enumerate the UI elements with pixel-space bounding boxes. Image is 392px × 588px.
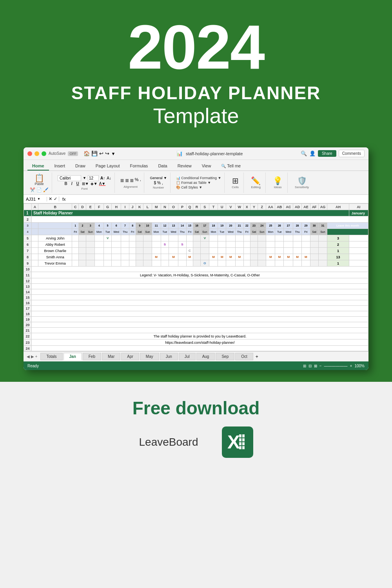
col-AE[interactable]: AE <box>302 204 310 210</box>
sheet-tab-totals[interactable]: Totals <box>40 353 62 360</box>
border-icon[interactable]: ⊞▼ <box>82 181 89 186</box>
account-icon[interactable]: 👤 <box>309 151 316 156</box>
col-X[interactable]: X <box>243 204 250 210</box>
tab-page-layout[interactable]: Page Layout <box>91 162 125 171</box>
col-Z[interactable]: Z <box>258 204 266 210</box>
sheet-tab-mar[interactable]: Mar <box>102 353 120 360</box>
save-icon[interactable]: 💾 <box>91 151 98 156</box>
customize-icon[interactable]: ▼ <box>111 151 115 156</box>
col-P[interactable]: P <box>178 204 186 210</box>
zoom-minus-icon[interactable]: − <box>319 364 322 368</box>
cell-styles-btn[interactable]: 🎨 Cell Styles ▼ <box>176 185 221 189</box>
col-AI[interactable]: AI <box>349 204 368 210</box>
cell-ref-value[interactable]: AJ31 <box>26 197 36 201</box>
col-AA[interactable]: AA <box>266 204 275 210</box>
tab-view[interactable]: View <box>197 162 216 171</box>
more-sheets-icon[interactable]: + <box>256 354 258 359</box>
sheet-tab-may[interactable]: May <box>140 353 159 360</box>
col-V[interactable]: V <box>226 204 236 210</box>
zoom-plus-icon[interactable]: + <box>350 364 352 368</box>
col-H[interactable]: H <box>112 204 121 210</box>
sensitivity-button[interactable]: 🛡️ Sensitivity <box>293 176 310 190</box>
home-icon[interactable]: 🏠 <box>83 151 90 156</box>
format-table-btn[interactable]: 📋 Format as Table ▼ <box>176 181 221 185</box>
col-AC[interactable]: AC <box>284 204 293 210</box>
col-B[interactable]: B <box>38 204 72 210</box>
sheet-tab-jan[interactable]: Jan <box>64 353 82 360</box>
sheet-tab-oct[interactable]: Oct <box>235 353 253 360</box>
col-A[interactable]: A <box>32 204 38 210</box>
employee-1-name[interactable]: Arving John <box>38 235 72 241</box>
col-W[interactable]: W <box>235 204 243 210</box>
close-dot[interactable] <box>27 151 32 156</box>
tab-draw[interactable]: Draw <box>71 162 90 171</box>
minimize-dot[interactable] <box>34 151 39 156</box>
col-M[interactable]: M <box>152 204 161 210</box>
col-C[interactable]: C <box>72 204 79 210</box>
col-AH[interactable]: AH <box>327 204 349 210</box>
bold-button[interactable]: B <box>64 181 69 186</box>
currency-icon[interactable]: $ <box>154 181 156 185</box>
number-format-dropdown[interactable]: General ▼ <box>150 176 167 180</box>
col-AD[interactable]: AD <box>293 204 302 210</box>
sheet-tab-aug[interactable]: Aug <box>196 353 215 360</box>
col-R[interactable]: R <box>193 204 201 210</box>
conditional-formatting-btn[interactable]: 📊 Conditional Formatting ▼ <box>176 176 221 180</box>
col-O[interactable]: O <box>169 204 178 210</box>
employee-2-name[interactable]: Abby Robert <box>38 241 72 248</box>
col-AB[interactable]: AB <box>275 204 284 210</box>
page-layout-icon[interactable]: ⊟ <box>309 364 312 368</box>
col-F[interactable]: F <box>94 204 103 210</box>
format-painter-icon[interactable]: 🖌️ <box>43 187 49 192</box>
confirm-formula-icon[interactable]: ✓ <box>54 196 57 201</box>
zoom-slider[interactable]: —————— <box>324 364 348 368</box>
col-K[interactable]: K <box>136 204 143 210</box>
highlight-icon[interactable]: ◈▼ <box>91 181 98 186</box>
tab-tell-me[interactable]: 🔍 Tell me <box>216 162 245 171</box>
employee-4-name[interactable]: Smith Anna <box>38 254 72 260</box>
ideas-button[interactable]: 💡 Ideas <box>271 176 284 190</box>
col-E[interactable]: E <box>86 204 94 210</box>
col-I[interactable]: I <box>121 204 129 210</box>
col-T[interactable]: T <box>209 204 218 210</box>
undo-icon[interactable]: ↩ <box>99 151 103 156</box>
col-N[interactable]: N <box>161 204 169 210</box>
cells-button[interactable]: ⊞ Cells <box>230 176 240 190</box>
font-size-up-icon[interactable]: A↑ <box>100 176 105 180</box>
font-size-down-icon[interactable]: A↓ <box>107 176 111 180</box>
sheet-tab-jun[interactable]: Jun <box>160 353 178 360</box>
col-G[interactable]: G <box>103 204 112 210</box>
col-J[interactable]: J <box>129 204 136 210</box>
redo-icon[interactable]: ↪ <box>105 151 109 156</box>
editing-button[interactable]: ✏️ Editing <box>249 176 262 190</box>
cut-icon[interactable]: ✂️ <box>30 187 35 192</box>
tab-review[interactable]: Review <box>173 162 196 171</box>
sheet-tab-jul[interactable]: Jul <box>179 353 196 360</box>
font-name-input[interactable] <box>58 175 81 181</box>
tab-data[interactable]: Data <box>153 162 172 171</box>
expand-icon[interactable]: ▼ <box>37 197 40 201</box>
sheet-tab-feb[interactable]: Feb <box>83 353 101 360</box>
font-size-input[interactable] <box>88 175 99 181</box>
align-center-icon[interactable]: ≡ <box>125 177 129 184</box>
number-format-icon[interactable]: , <box>140 177 141 184</box>
col-U[interactable]: U <box>218 204 226 210</box>
normal-view-icon[interactable]: ⊞ <box>303 364 306 368</box>
employee-5-name[interactable]: Trevor Emma <box>38 260 72 267</box>
sheet-tab-nav[interactable]: ◀ ▶ + <box>27 354 37 359</box>
autosave-state[interactable]: OFF <box>68 151 78 156</box>
search-icon[interactable]: 🔍 <box>301 151 307 156</box>
paste-button[interactable]: 📋 Paste <box>33 173 46 187</box>
col-L[interactable]: L <box>143 204 152 210</box>
col-Y[interactable]: Y <box>250 204 258 210</box>
tab-insert[interactable]: Insert <box>50 162 70 171</box>
comma-icon[interactable]: , <box>162 181 163 185</box>
employee-3-name[interactable]: Brown Charlie <box>38 248 72 254</box>
col-AG[interactable]: AG <box>318 204 327 210</box>
comments-button[interactable]: Comments <box>339 150 365 157</box>
tab-formulas[interactable]: Formulas <box>125 162 153 171</box>
formula-input[interactable]: fx <box>59 197 368 201</box>
font-color-icon[interactable]: A▼ <box>99 181 106 186</box>
share-button[interactable]: Share <box>318 150 336 157</box>
footer-link[interactable]: https://leaveboard.com/staff-holiday-pla… <box>32 339 368 346</box>
